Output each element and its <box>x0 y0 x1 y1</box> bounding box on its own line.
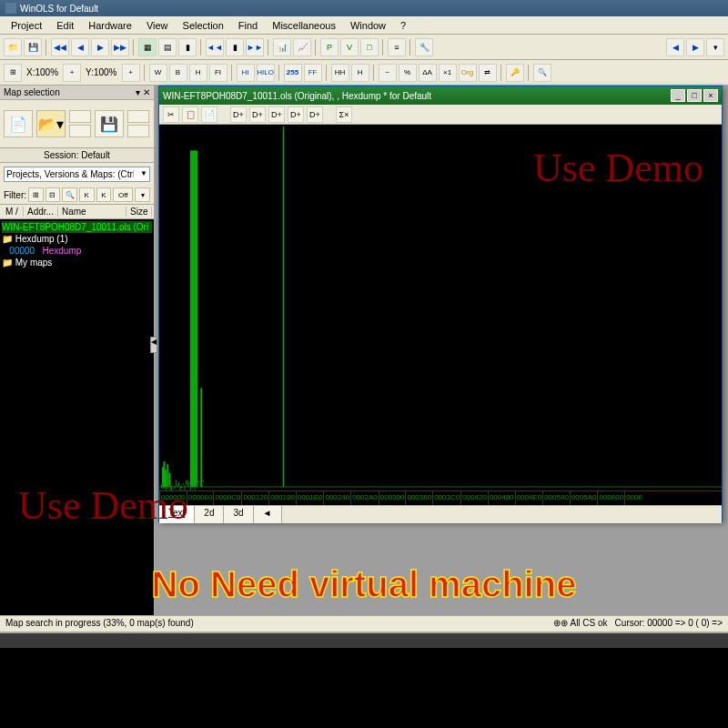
tb-btn[interactable]: ▮ <box>178 38 197 56</box>
filter-btn[interactable]: ⊞ <box>28 187 44 202</box>
fmt-hh-btn[interactable]: HH <box>331 64 349 82</box>
zoom-plus-btn[interactable]: + <box>122 64 140 82</box>
panel-close-icon[interactable]: ▾ ✕ <box>136 87 150 97</box>
svg-rect-9 <box>283 126 285 487</box>
key-icon[interactable]: 🔑 <box>506 64 524 82</box>
filter-btn[interactable]: K <box>96 187 112 202</box>
tb-p-btn[interactable]: P <box>320 38 339 56</box>
watermark-overlay: Use Demo <box>533 145 703 191</box>
menu-miscellaneous[interactable]: Miscellaneous <box>265 18 343 33</box>
fmt-fi-btn[interactable]: FI <box>209 64 228 82</box>
filter-btn[interactable]: 🔍 <box>62 187 77 202</box>
tab-2d[interactable]: 2d <box>195 506 224 523</box>
d-btn[interactable]: D+ <box>249 106 266 123</box>
tb-btn[interactable]: ►► <box>246 38 264 56</box>
minimize-button[interactable]: _ <box>671 89 685 102</box>
menu-selection[interactable]: Selection <box>176 18 231 33</box>
fmt-hi-btn[interactable]: HI <box>237 64 255 82</box>
status-left: Map search in progress (33%, 0 map(s) fo… <box>5 618 194 630</box>
tb-btn[interactable]: 📊 <box>273 38 291 56</box>
d-btn[interactable]: D+ <box>268 106 285 123</box>
tb-first-btn[interactable]: ◀◀ <box>51 38 69 56</box>
sigma-btn[interactable]: Σ× <box>336 106 352 123</box>
tb-btn[interactable]: 🔧 <box>415 38 433 56</box>
menu-find[interactable]: Find <box>231 18 265 33</box>
tb-btn[interactable]: ▤ <box>158 38 177 56</box>
save-btn[interactable]: 💾 <box>95 110 124 137</box>
tb-btn[interactable]: ▮ <box>226 38 244 56</box>
sm-btn[interactable] <box>127 110 149 123</box>
fmt-swap2-btn[interactable]: ⇄ <box>479 64 497 82</box>
sm-btn[interactable] <box>127 125 149 137</box>
tb-nav-left[interactable]: ◀ <box>666 38 684 56</box>
sm-btn[interactable] <box>69 125 91 137</box>
cut-btn[interactable]: ✂ <box>163 106 179 123</box>
d-btn[interactable]: D+ <box>230 106 247 123</box>
svg-rect-39 <box>203 480 204 482</box>
tb-btn[interactable]: ▦ <box>138 38 157 56</box>
fmt-w-btn[interactable]: W <box>149 64 167 82</box>
menu-view[interactable]: View <box>139 18 176 33</box>
tb-btn[interactable]: ≡ <box>388 38 406 56</box>
main-toolbar-2: ⊞ X:100% + Y:100% + W B H FI HI HILO 255… <box>0 60 728 86</box>
filter-btn[interactable]: K <box>79 187 95 202</box>
tab-3d[interactable]: 3d <box>224 506 253 523</box>
fmt-255-btn[interactable]: 255 <box>284 64 302 82</box>
menu-project[interactable]: Project <box>4 18 49 33</box>
project-tree[interactable]: WIN-EFT8POH08D7_10011.ols (Ori 📁 Hexdump… <box>0 219 154 657</box>
tb-v-btn[interactable]: V <box>340 38 359 56</box>
tree-row[interactable]: WIN-EFT8POH08D7_10011.ols (Ori <box>2 221 152 233</box>
d-btn[interactable]: D+ <box>288 106 304 123</box>
fmt-h2-btn[interactable]: H <box>351 64 369 82</box>
filter-drop-btn[interactable]: ▾ <box>135 187 150 202</box>
app-icon <box>5 3 16 14</box>
fmt-org-btn[interactable]: Org <box>459 64 477 82</box>
open-btn[interactable]: 📂▾ <box>36 110 66 137</box>
d-btn[interactable]: D+ <box>307 106 323 123</box>
fmt-h-btn[interactable]: H <box>189 64 207 82</box>
fmt-b-btn[interactable]: B <box>169 64 187 82</box>
fmt-da-btn[interactable]: ΔA <box>419 64 437 82</box>
app-title: WinOLS for Default <box>20 4 98 14</box>
fmt-ff-btn[interactable]: FF <box>304 64 322 82</box>
tb-nav-right[interactable]: ▶ <box>686 38 704 56</box>
new-btn[interactable]: 📄 <box>4 110 33 137</box>
tb-btn[interactable]: ▾ <box>706 38 724 56</box>
tb-next-btn[interactable]: ▶ <box>91 38 109 56</box>
copy-btn[interactable]: 📋 <box>182 106 198 123</box>
tb-prev-btn[interactable]: ◀ <box>71 38 89 56</box>
menu-help[interactable]: ? <box>393 18 413 33</box>
tree-row[interactable]: 📁 My maps <box>2 257 152 268</box>
tb-btn[interactable]: 💾 <box>24 38 42 56</box>
svg-rect-32 <box>193 480 194 483</box>
splitter-handle[interactable]: ◀ <box>150 337 157 353</box>
zoom-plus-btn[interactable]: + <box>63 64 81 82</box>
filter-off-btn[interactable]: Off <box>113 187 133 202</box>
hex-chart[interactable]: Use Demo <box>159 125 722 490</box>
tb-btn[interactable]: 📈 <box>293 38 311 56</box>
tree-row[interactable]: 📁 Hexdump (1) <box>2 233 152 245</box>
filter-btn[interactable]: ⊟ <box>46 187 61 202</box>
fmt-pct-btn[interactable]: % <box>399 64 417 82</box>
child-titlebar[interactable]: WIN-EFT8POH08D7_10011.ols (Original), , … <box>159 86 722 105</box>
tb-btn[interactable]: ◄◄ <box>206 38 224 56</box>
tb-btn[interactable]: 📁 <box>4 38 22 56</box>
search-icon[interactable]: 🔍 <box>533 64 551 82</box>
zoom-fit-btn[interactable]: ⊞ <box>4 64 22 82</box>
close-button[interactable]: × <box>703 89 718 102</box>
menu-window[interactable]: Window <box>343 18 393 33</box>
menu-edit[interactable]: Edit <box>49 18 81 33</box>
tree-row[interactable]: 00000 Hexdump <box>2 245 152 257</box>
menu-hardware[interactable]: Hardware <box>81 18 139 33</box>
paste-btn[interactable]: 📄 <box>201 106 217 123</box>
svg-rect-35 <box>197 480 198 482</box>
tab-nav[interactable]: ◄ <box>254 506 282 523</box>
fmt-hilo-btn[interactable]: HILO <box>257 64 275 82</box>
sm-btn[interactable] <box>69 110 91 123</box>
tb-last-btn[interactable]: ▶▶ <box>111 38 129 56</box>
tb-o-btn[interactable]: □ <box>360 38 379 56</box>
projects-dropdown[interactable]: Projects, Versions & Maps: (Ctrl+Shift+F… <box>4 167 150 182</box>
fmt-swap-btn[interactable]: ~ <box>379 64 397 82</box>
maximize-button[interactable]: □ <box>687 89 702 102</box>
fmt-x1-btn[interactable]: ×1 <box>439 64 457 82</box>
